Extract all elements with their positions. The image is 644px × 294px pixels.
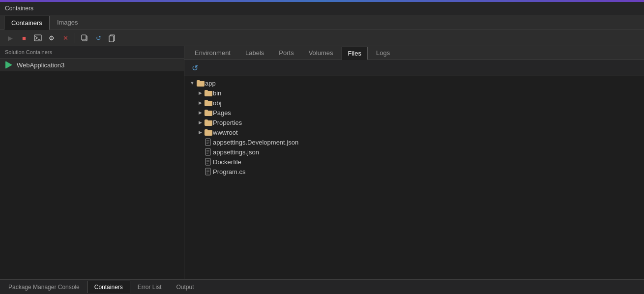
right-toolbar: ↺ — [184, 60, 644, 76]
svg-rect-3 — [82, 35, 86, 40]
tree-label-obj: obj — [213, 99, 221, 107]
chevron-bin — [196, 89, 204, 97]
terminal-button[interactable] — [31, 32, 44, 44]
tab-logs[interactable]: Logs — [370, 46, 396, 59]
tree-item-program-cs[interactable]: Program.cs — [184, 167, 644, 176]
tree-item-bin[interactable]: bin — [184, 88, 644, 98]
bottom-tab-output[interactable]: Output — [169, 281, 201, 293]
bottom-tab-containers[interactable]: Containers — [87, 281, 130, 293]
right-panel: Environment Labels Ports Volumes Files L… — [184, 46, 644, 279]
tree-label-wwwroot: wwwroot — [213, 129, 238, 136]
settings-button[interactable]: ⚙ — [45, 32, 58, 44]
tree-item-appsettings-dev[interactable]: appsettings.Development.json — [184, 137, 644, 147]
file-icon-appsettings — [204, 148, 213, 156]
tree-label-program-cs: Program.cs — [213, 168, 245, 176]
tab-ports[interactable]: Ports — [272, 46, 300, 59]
delete-button[interactable]: ✕ — [59, 32, 72, 44]
tab-files[interactable]: Files — [342, 47, 368, 60]
paste-button[interactable] — [106, 32, 118, 44]
tree-item-wwwroot[interactable]: wwwroot — [184, 127, 644, 137]
tree-label-dockerfile: Dockerfile — [213, 158, 241, 166]
tree-item-appsettings[interactable]: appsettings.json — [184, 147, 644, 157]
container-name: WebApplication3 — [17, 61, 64, 69]
file-icon-program-cs — [204, 168, 213, 176]
chevron-pages — [196, 109, 204, 117]
chevron-properties — [196, 118, 204, 126]
chevron-app — [188, 79, 196, 87]
folder-icon-app — [196, 79, 205, 87]
tab-environment[interactable]: Environment — [188, 46, 237, 59]
tree-label-bin: bin — [213, 89, 221, 97]
tab-containers[interactable]: Containers — [4, 16, 50, 30]
tab-images[interactable]: Images — [50, 15, 86, 29]
tab-labels[interactable]: Labels — [239, 46, 270, 59]
folder-icon-wwwroot — [204, 128, 213, 136]
file-icon-appsettings-dev — [204, 138, 213, 146]
chevron-obj — [196, 99, 204, 107]
stop-button[interactable]: ■ — [18, 32, 30, 44]
folder-icon-pages — [204, 109, 213, 117]
bottom-tabs: Package Manager Console Containers Error… — [0, 279, 644, 294]
folder-icon-properties — [204, 118, 213, 126]
svg-rect-5 — [109, 36, 114, 42]
chevron-wwwroot — [196, 128, 204, 136]
tree-label-appsettings: appsettings.json — [213, 148, 259, 156]
tree-label-app: app — [205, 80, 216, 87]
folder-icon-bin — [204, 89, 213, 97]
right-tabs: Environment Labels Ports Volumes Files L… — [184, 46, 644, 60]
left-panel: Solution Containers WebApplication3 — [0, 46, 184, 279]
title-label: Containers — [5, 5, 33, 12]
copy-files-button[interactable] — [78, 32, 91, 44]
file-tree: app bin obj Pages — [184, 76, 644, 279]
file-icon-dockerfile — [204, 158, 213, 166]
tree-item-app[interactable]: app — [184, 78, 644, 88]
title-bar: Containers — [0, 2, 644, 15]
start-button[interactable]: ▶ — [4, 32, 17, 44]
tree-item-properties[interactable]: Properties — [184, 118, 644, 127]
tab-volumes[interactable]: Volumes — [302, 46, 340, 59]
tree-item-dockerfile[interactable]: Dockerfile — [184, 157, 644, 167]
tree-label-pages: Pages — [213, 109, 231, 117]
solution-containers-title: Solution Containers — [0, 46, 184, 59]
bottom-tab-package-manager[interactable]: Package Manager Console — [1, 281, 87, 293]
tree-item-obj[interactable]: obj — [184, 98, 644, 108]
top-tabs: Containers Images — [0, 15, 644, 30]
main-content: Solution Containers WebApplication3 Envi… — [0, 46, 644, 279]
refresh-button[interactable]: ↺ — [92, 32, 105, 44]
container-webapplication3[interactable]: WebApplication3 — [0, 59, 184, 71]
svg-rect-0 — [34, 35, 41, 41]
files-refresh-button[interactable]: ↺ — [188, 62, 201, 74]
tree-item-pages[interactable]: Pages — [184, 108, 644, 118]
toolbar-separator — [75, 33, 75, 43]
toolbar: ▶ ■ ⚙ ✕ ↺ — [0, 30, 644, 46]
tree-label-appsettings-dev: appsettings.Development.json — [213, 139, 298, 146]
tree-label-properties: Properties — [213, 119, 242, 126]
folder-icon-obj — [204, 99, 213, 107]
running-status-icon — [5, 61, 13, 69]
bottom-tab-error-list[interactable]: Error List — [130, 281, 169, 293]
